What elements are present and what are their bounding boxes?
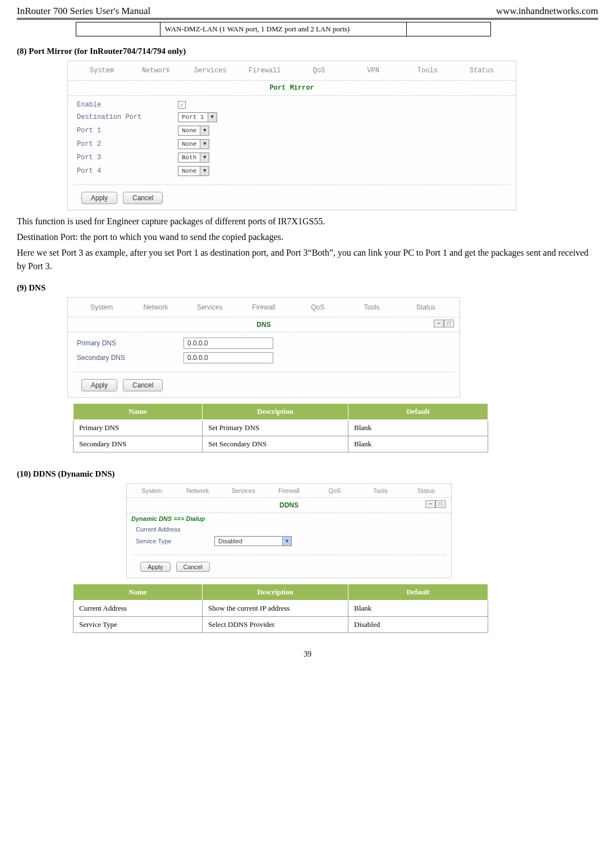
chevron-down-icon: ▼ (200, 153, 209, 162)
page-number: 39 (17, 650, 598, 659)
port2-value: None (178, 140, 200, 148)
panel-title-text: DNS (256, 321, 270, 329)
cell: Current Address (74, 601, 203, 617)
table-row: Service Type Select DDNS Provider Disabl… (74, 617, 488, 633)
table-row: Secondary DNS Set Secondary DNS Blank (74, 436, 488, 453)
wan-mode-cell: WAN-DMZ-LAN (1 WAN port, 1 DMZ port and … (160, 22, 406, 36)
port-mirror-form: Enable ✓ Destination Port Port 1 ▼ Port … (68, 96, 516, 182)
port4-select[interactable]: None ▼ (178, 166, 209, 176)
separator (74, 372, 454, 372)
chevron-down-icon: ▼ (208, 113, 217, 122)
tab-services[interactable]: Services (221, 487, 266, 494)
chevron-down-icon: ▼ (200, 140, 209, 149)
maximize-icon[interactable]: □ (444, 320, 454, 327)
tab-network[interactable]: Network (128, 303, 182, 311)
destination-port-select[interactable]: Port 1 ▼ (178, 112, 217, 122)
section-9-heading: (9) DNS (17, 283, 598, 293)
tab-system[interactable]: System (129, 487, 175, 494)
port3-row: Port 3 Both ▼ (77, 151, 507, 164)
cancel-button[interactable]: Cancel (176, 562, 210, 572)
dns-desc-table: Name Description Default Primary DNS Set… (73, 403, 488, 453)
cell: Set Secondary DNS (203, 436, 348, 453)
tab-vpn[interactable]: VPN (346, 67, 401, 75)
panel-title: DDNS – □ (127, 497, 451, 513)
col-name: Name (74, 584, 203, 601)
panel-title: DNS – □ (68, 317, 460, 333)
col-default: Default (348, 404, 488, 420)
minimize-icon[interactable]: – (434, 320, 444, 327)
minimize-icon[interactable]: – (425, 500, 435, 508)
header-left: InRouter 700 Series User's Manual (17, 6, 150, 17)
primary-dns-label: Primary DNS (77, 339, 183, 347)
cell: Disabled (348, 617, 488, 633)
tab-firewall[interactable]: Firewall (266, 487, 311, 494)
tab-qos[interactable]: QoS (291, 303, 345, 311)
tab-tools[interactable]: Tools (345, 303, 398, 311)
tab-system[interactable]: System (75, 303, 128, 311)
port3-select[interactable]: Both ▼ (178, 153, 209, 163)
secondary-dns-row: Secondary DNS 0.0.0.0 (77, 350, 451, 365)
tab-tools[interactable]: Tools (401, 67, 455, 75)
tab-qos[interactable]: QoS (292, 67, 346, 75)
chevron-down-icon: ▼ (200, 126, 209, 135)
separator (132, 555, 446, 555)
dns-screenshot: System Network Services Firewall QoS Too… (67, 297, 460, 398)
apply-button[interactable]: Apply (140, 562, 171, 572)
table-row: Primary DNS Set Primary DNS Blank (74, 420, 488, 436)
cell: Secondary DNS (74, 436, 203, 453)
tab-qos[interactable]: QoS (312, 487, 357, 494)
panel-title-text: DDNS (279, 501, 299, 509)
table-row: Current Address Show the current IP addr… (74, 601, 488, 617)
wan-mode-table: WAN-DMZ-LAN (1 WAN port, 1 DMZ port and … (76, 22, 491, 36)
para-2: Destination Port: the port to which you … (17, 230, 598, 244)
tab-system[interactable]: System (75, 67, 129, 75)
port4-label: Port 4 (77, 167, 178, 175)
enable-checkbox[interactable]: ✓ (178, 101, 186, 109)
service-type-value: Disabled (215, 537, 282, 545)
cell: Select DDNS Provider (203, 617, 348, 633)
port2-select[interactable]: None ▼ (178, 139, 209, 149)
cell: Service Type (74, 617, 203, 633)
col-default: Default (348, 584, 488, 601)
button-row: Apply Cancel (68, 187, 516, 210)
port4-value: None (178, 167, 200, 175)
port3-label: Port 3 (77, 154, 178, 161)
tab-network[interactable]: Network (175, 487, 220, 494)
header-rule (17, 18, 598, 20)
tab-services[interactable]: Services (183, 67, 238, 75)
cancel-button[interactable]: Cancel (123, 379, 163, 391)
tab-network[interactable]: Network (129, 67, 183, 75)
section-8-heading: (8) Port Mirror (for InRouter704/714/794… (17, 47, 598, 56)
service-type-row: Service Type Disabled ▼ (136, 534, 442, 548)
tab-status[interactable]: Status (403, 487, 449, 494)
tab-status[interactable]: Status (399, 303, 453, 311)
port1-select[interactable]: None ▼ (178, 126, 209, 136)
button-row: Apply Cancel (68, 375, 460, 397)
port1-value: None (178, 127, 200, 135)
chevron-down-icon: ▼ (200, 167, 209, 176)
tab-tools[interactable]: Tools (357, 487, 403, 494)
apply-button[interactable]: Apply (81, 192, 117, 204)
service-type-select[interactable]: Disabled ▼ (214, 536, 292, 546)
window-controls: – □ (425, 500, 446, 508)
para-3: Here we set Port 3 as example, after you… (17, 246, 598, 273)
current-address-label: Current Address (136, 526, 214, 533)
tab-status[interactable]: Status (455, 67, 509, 75)
apply-button[interactable]: Apply (81, 379, 117, 391)
separator (74, 184, 510, 185)
primary-dns-input[interactable]: 0.0.0.0 (183, 338, 273, 349)
section-10-heading: (10) DDNS (Dynamic DNS) (17, 469, 598, 479)
port3-value: Both (178, 154, 200, 161)
cancel-button[interactable]: Cancel (123, 192, 163, 204)
port2-row: Port 2 None ▼ (77, 137, 507, 151)
cell: Blank (348, 420, 488, 436)
tab-services[interactable]: Services (183, 303, 237, 311)
secondary-dns-input[interactable]: 0.0.0.0 (183, 352, 273, 363)
nav-tabs: System Network Services Firewall QoS Too… (127, 484, 451, 497)
maximize-icon[interactable]: □ (435, 500, 446, 508)
cell: Blank (348, 601, 488, 617)
port-mirror-screenshot: System Network Services Firewall QoS VPN… (67, 61, 516, 210)
tab-firewall[interactable]: Firewall (237, 67, 292, 75)
window-controls: – □ (434, 320, 454, 327)
tab-firewall[interactable]: Firewall (237, 303, 291, 311)
